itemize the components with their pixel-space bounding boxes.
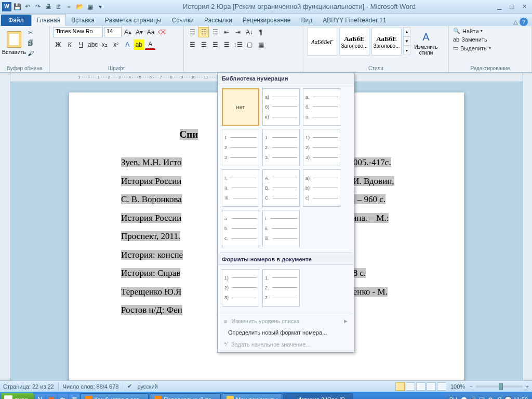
superscript-icon[interactable]: x²	[111, 39, 121, 50]
select-button[interactable]: ▭Выделить▾	[452, 44, 492, 52]
numbering-latin-lower-dot[interactable]: a.b.c.	[222, 210, 259, 247]
tab-review[interactable]: Рецензирование	[237, 15, 296, 26]
status-page[interactable]: Страница: 22 из 22	[3, 383, 54, 390]
tab-abbyy[interactable]: ABBYY FineReader 11	[317, 15, 392, 26]
style-normal[interactable]: АаБбВвГ	[307, 28, 337, 56]
sort-icon[interactable]: A↓	[244, 27, 255, 37]
tray-icon-3[interactable]: 🛡	[478, 396, 485, 399]
taskbar-task-3[interactable]: История 2 Юра [Р...	[283, 393, 353, 399]
word-icon[interactable]: W	[2, 2, 11, 11]
status-language[interactable]: русский	[137, 383, 157, 390]
zoom-slider[interactable]	[476, 385, 523, 388]
decrease-indent-icon[interactable]: ⇤	[221, 27, 232, 37]
tray-icon-4[interactable]: ⚙	[487, 396, 494, 399]
subscript-icon[interactable]: x₂	[99, 39, 110, 50]
highlight-icon[interactable]: ab	[134, 39, 144, 50]
font-color-icon[interactable]: A	[145, 39, 155, 50]
view-print-layout[interactable]	[395, 382, 405, 391]
style-scroll-more[interactable]: ▾	[403, 46, 410, 55]
multilevel-icon[interactable]: ☰	[210, 27, 220, 37]
font-name-combo[interactable]: Times New Ro	[53, 27, 103, 37]
tray-icon-5[interactable]: Я	[496, 396, 503, 399]
tab-references[interactable]: Ссылки	[167, 15, 199, 26]
language-indicator[interactable]: RU	[447, 396, 459, 400]
view-draft[interactable]	[437, 382, 446, 391]
table-icon[interactable]: ▦	[85, 2, 95, 11]
tray-icon-2[interactable]: 🔊	[469, 396, 476, 399]
undo-icon[interactable]: ↶	[23, 2, 32, 11]
help-icon[interactable]: ?	[520, 18, 528, 26]
align-right-icon[interactable]: ☰	[210, 39, 220, 50]
strike-icon[interactable]: abc	[87, 39, 98, 50]
numbering-roman-upper[interactable]: I.II.III.	[222, 169, 259, 207]
status-words[interactable]: Число слов: 88/4 678	[63, 383, 119, 390]
zoom-out-button[interactable]: −	[469, 383, 472, 390]
numbering-icon[interactable]: ☷	[198, 27, 209, 37]
view-outline[interactable]	[427, 382, 436, 391]
borders-icon[interactable]: ▦	[256, 39, 266, 50]
taskbar-task-0[interactable]: Как быстро в сос...	[81, 393, 149, 399]
redo-icon[interactable]: ↷	[33, 2, 43, 11]
tray-icon-6[interactable]: 💬	[504, 396, 512, 399]
bold-icon[interactable]: Ж	[53, 39, 63, 50]
print-preview-icon[interactable]: 🖶	[44, 2, 53, 11]
open-icon[interactable]: 📂	[75, 2, 84, 11]
zoom-value[interactable]: 100%	[450, 383, 465, 390]
zoom-in-button[interactable]: +	[526, 383, 529, 390]
numbering-russian-dot[interactable]: а.б.в.	[303, 88, 340, 126]
new-icon[interactable]: ▫	[64, 2, 74, 11]
maximize-button[interactable]: ▢	[506, 3, 517, 11]
italic-icon[interactable]: К	[64, 39, 75, 50]
quicklaunch-2[interactable]: 🦊	[46, 394, 57, 399]
tray-icon-1[interactable]: ⬤	[460, 396, 468, 399]
style-heading1[interactable]: АаБбЕ Заголово...	[339, 28, 369, 56]
qat-more-icon[interactable]: ▾	[96, 2, 105, 11]
start-button[interactable]: пуск	[1, 393, 34, 399]
bullets-icon[interactable]: ☰	[187, 27, 197, 37]
taskbar-task-1[interactable]: Персональный по...	[150, 393, 221, 399]
quicklaunch-4[interactable]: ▣	[69, 394, 79, 399]
view-full-screen[interactable]	[406, 382, 415, 391]
increase-indent-icon[interactable]: ⇥	[233, 27, 243, 37]
numbering-latin-lower-paren[interactable]: a)b)c)	[303, 169, 340, 207]
close-button[interactable]: ✕	[518, 3, 530, 11]
numbering-latin-upper[interactable]: A.B.C.	[262, 169, 300, 207]
file-tab[interactable]: Файл	[1, 15, 31, 26]
numbering-none[interactable]: нет	[222, 88, 259, 126]
numbering-digits-paren[interactable]: 1)2)3)	[303, 129, 340, 166]
tab-home[interactable]: Главная	[31, 14, 66, 26]
find-button[interactable]: 🔍Найти▾	[452, 27, 492, 35]
numbering-digits-dot[interactable]: 1.2.3.	[262, 129, 300, 166]
minimize-button[interactable]: ▁	[494, 3, 505, 11]
clear-format-icon[interactable]: ⌫	[157, 27, 167, 37]
show-marks-icon[interactable]: ¶	[256, 27, 266, 37]
shrink-font-icon[interactable]: A▾	[134, 27, 144, 37]
define-new-format[interactable]: Определить новый формат номера...	[218, 327, 354, 338]
tab-mailings[interactable]: Рассылки	[199, 15, 237, 26]
quick-print-icon[interactable]: 🗎	[54, 2, 63, 11]
view-web[interactable]	[416, 382, 425, 391]
cut-icon[interactable]: ✂	[26, 28, 35, 37]
style-scroll-down[interactable]: ▼	[403, 36, 410, 46]
numbering-digits-none[interactable]: 123	[222, 129, 259, 166]
replace-button[interactable]: abЗаменить	[452, 36, 492, 43]
clock[interactable]: 11:59	[513, 396, 528, 399]
ribbon-minimize-icon[interactable]: △	[513, 19, 517, 25]
style-heading2[interactable]: АаБбЕ Заголово...	[371, 28, 402, 56]
align-left-icon[interactable]: ☰	[187, 39, 197, 50]
underline-icon[interactable]: Ч	[76, 39, 86, 50]
change-styles-button[interactable]: A Изменить стили	[411, 27, 441, 59]
save-icon[interactable]: 💾	[12, 2, 22, 11]
tab-layout[interactable]: Разметка страницы	[100, 15, 167, 26]
doc-format-1[interactable]: 1)2)3)	[222, 269, 259, 307]
vertical-scrollbar[interactable]	[523, 73, 532, 380]
copy-icon[interactable]: 🗐	[26, 38, 35, 48]
quicklaunch-3[interactable]: 🗀	[58, 394, 68, 399]
font-size-combo[interactable]: 14	[104, 27, 122, 37]
justify-icon[interactable]: ☰	[221, 39, 232, 50]
format-painter-icon[interactable]: 🖌	[26, 49, 35, 58]
paste-button[interactable]: Вставить	[3, 27, 25, 59]
tab-view[interactable]: Вид	[296, 15, 317, 26]
shading-icon[interactable]: ▢	[244, 39, 255, 50]
tab-insert[interactable]: Вставка	[66, 15, 100, 26]
